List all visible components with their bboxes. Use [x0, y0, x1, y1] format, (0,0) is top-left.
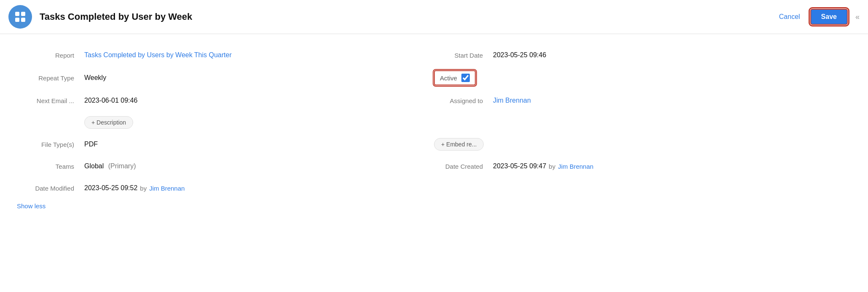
show-less-link[interactable]: Show less: [17, 202, 851, 210]
date-modified-value: 2023-05-25 09:52: [84, 184, 137, 192]
embed-button[interactable]: + Embed re...: [434, 138, 484, 151]
teams-value: Global (Primary): [84, 162, 136, 170]
start-date-label: Start Date: [434, 52, 493, 59]
collapse-icon[interactable]: «: [855, 13, 860, 21]
svg-rect-3: [21, 18, 25, 22]
date-modified-row: Date Modified 2023-05-25 09:52 by Jim Br…: [17, 177, 851, 199]
embed-right: + Embed re...: [434, 138, 851, 151]
file-types-row: File Type(s) PDF + Embed re...: [17, 133, 851, 155]
assigned-to-label: Assigned to: [434, 97, 493, 104]
date-created-value: 2023-05-25 09:47: [493, 162, 546, 170]
date-created-by: by: [549, 163, 555, 170]
next-email-label: Next Email ...: [17, 97, 84, 104]
date-modified-label: Date Modified: [17, 185, 84, 192]
file-types-value: PDF: [84, 141, 98, 148]
assigned-to-right: Assigned to Jim Brennan: [434, 97, 851, 104]
save-button[interactable]: Save: [810, 9, 848, 25]
teams-name: Global: [84, 162, 104, 170]
report-link[interactable]: Tasks Completed by Users by Week This Qu…: [84, 51, 232, 59]
date-modified-left: Date Modified 2023-05-25 09:52 by Jim Br…: [17, 184, 434, 192]
date-modified-by: by: [140, 185, 147, 192]
page-title: Tasks Completed by User by Week: [40, 11, 775, 22]
next-email-value: 2023-06-01 09:46: [84, 97, 137, 104]
date-created-user[interactable]: Jim Brennan: [558, 163, 593, 170]
svg-rect-1: [21, 12, 25, 16]
page-header: Tasks Completed by User by Week Cancel S…: [0, 0, 868, 34]
next-email-left: Next Email ... 2023-06-01 09:46: [17, 97, 434, 104]
active-label: Active: [440, 74, 457, 82]
report-row: Report Tasks Completed by Users by Week …: [17, 44, 851, 66]
repeat-type-row: Repeat Type Weekly Active: [17, 66, 851, 90]
main-content: Report Tasks Completed by Users by Week …: [0, 34, 868, 226]
teams-row: Teams Global (Primary) Date Created 2023…: [17, 155, 851, 177]
file-types-left: File Type(s) PDF: [17, 141, 434, 148]
description-row: + Description: [17, 111, 851, 133]
header-actions: Cancel Save «: [775, 9, 860, 25]
teams-left: Teams Global (Primary): [17, 162, 434, 170]
file-types-label: File Type(s): [17, 141, 84, 148]
description-left: + Description: [17, 116, 434, 129]
cancel-button[interactable]: Cancel: [775, 11, 804, 23]
assigned-to-value[interactable]: Jim Brennan: [493, 97, 531, 104]
report-left: Report Tasks Completed by Users by Week …: [17, 51, 434, 59]
active-group: Active: [434, 70, 476, 85]
date-created-label: Date Created: [434, 163, 493, 170]
date-created-right: Date Created 2023-05-25 09:47 by Jim Bre…: [434, 162, 851, 170]
active-checkbox[interactable]: [461, 74, 470, 82]
repeat-type-value: Weekly: [84, 74, 106, 82]
start-date-value: 2023-05-25 09:46: [493, 51, 546, 59]
repeat-type-label: Repeat Type: [17, 74, 84, 82]
description-button[interactable]: + Description: [84, 116, 133, 129]
next-email-row: Next Email ... 2023-06-01 09:46 Assigned…: [17, 90, 851, 111]
app-icon: [8, 5, 32, 29]
start-date-right: Start Date 2023-05-25 09:46: [434, 51, 851, 59]
repeat-type-left: Repeat Type Weekly: [17, 74, 434, 82]
active-right: Active: [434, 70, 851, 85]
report-label: Report: [17, 52, 84, 59]
svg-rect-2: [15, 18, 19, 22]
date-modified-user[interactable]: Jim Brennan: [149, 185, 185, 192]
teams-label: Teams: [17, 163, 84, 170]
teams-suffix: (Primary): [108, 162, 136, 170]
svg-rect-0: [15, 12, 19, 16]
